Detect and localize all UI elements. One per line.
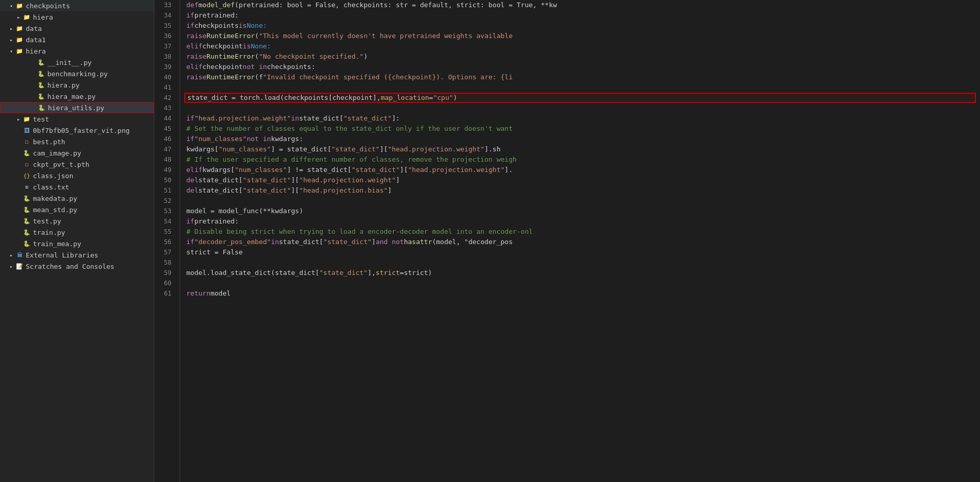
file-tree: 📁checkpoints📁hiera📁data📁data1📁hiera🐍__in… [0, 0, 154, 482]
sidebar-item-best-pth[interactable]: ◻best.pth [0, 136, 154, 147]
token: ) [453, 93, 458, 103]
token: checkpoint [202, 62, 242, 72]
code-line: elif kwdargs["num_classes"] != state_dic… [184, 165, 976, 175]
line-number: 54 [159, 216, 171, 227]
token: del [186, 185, 198, 196]
sidebar-item-makedata[interactable]: 🐍makedata.py [0, 193, 154, 204]
python-icon: 🐍 [38, 104, 46, 112]
line-number: 48 [159, 154, 171, 165]
sidebar-label: ckpt_pvt_t.pth [33, 161, 90, 168]
token: elif [186, 41, 202, 51]
token: ( [255, 51, 259, 62]
token: strict [376, 268, 400, 278]
token: pretrained: [195, 216, 239, 227]
token: ] != state_dict[ [287, 165, 352, 175]
python-icon: 🐍 [23, 217, 31, 225]
token: and not [376, 237, 404, 247]
sidebar-item-hiera-utils[interactable]: 🐍hiera_utils.py [0, 102, 154, 113]
token: state_dict[ [198, 175, 242, 185]
token: if [186, 113, 195, 124]
sidebar-item-train-mea[interactable]: 🐍train_mea.py [0, 238, 154, 249]
token: "num_classes" [195, 134, 247, 144]
line-number: 37 [159, 41, 171, 51]
token: kwdargs[ [186, 144, 219, 154]
line-number: 59 [159, 268, 171, 278]
sidebar-item-data[interactable]: 📁data [0, 23, 154, 34]
line-number: 47 [159, 144, 171, 154]
token: (f [255, 72, 263, 82]
sidebar-item-mean-std[interactable]: 🐍mean_std.py [0, 204, 154, 215]
token: model.load_state_dict(state_dict[ [186, 268, 319, 278]
token: checkpoints [195, 21, 239, 31]
sidebar-item-cam-image[interactable]: 🐍cam_image.py [0, 147, 154, 159]
code-content[interactable]: def model_def(pretrained: bool = False, … [180, 0, 980, 482]
line-number: 57 [159, 247, 171, 257]
code-line: elif checkpoint not in checkpoints: [184, 62, 976, 72]
code-line: # Set the number of classes equal to the… [184, 124, 976, 134]
sidebar-item-png-file[interactable]: 🖼0bf7bfb05_faster_vit.png [0, 125, 154, 136]
sidebar-item-ckpt-pvt[interactable]: ◻ckpt_pvt_t.pth [0, 159, 154, 170]
sidebar-item-data1[interactable]: 📁data1 [0, 34, 154, 45]
sidebar-label: class.json [33, 172, 73, 180]
sidebar-item-hiera-py[interactable]: 🐍hiera.py [0, 79, 154, 91]
token: RuntimeError [206, 51, 255, 62]
sidebar-label: train.py [33, 229, 65, 236]
arrow-down-icon [7, 47, 15, 55]
token: ] [372, 237, 376, 247]
line-number: 46 [159, 134, 171, 144]
sidebar-label: hiera [33, 13, 53, 21]
sidebar-label: data1 [26, 36, 46, 44]
sidebar-item-scratches[interactable]: 📝Scratches and Consoles [0, 261, 154, 272]
sidebar-item-external[interactable]: 🏛External Libraries [0, 249, 154, 261]
sidebar-item-test[interactable]: 📁test [0, 113, 154, 125]
sidebar-item-class-json[interactable]: {}class.json [0, 170, 154, 181]
sidebar-item-train-py[interactable]: 🐍train.py [0, 227, 154, 238]
token: "head.projection.weight" [408, 165, 505, 175]
code-line [184, 278, 976, 288]
token: (pretrained: bool = False, checkpoints: … [235, 0, 557, 10]
token: raise [186, 72, 206, 82]
token: not in [243, 62, 267, 72]
token: raise [186, 31, 206, 41]
sidebar-item-hiera-mae[interactable]: 🐍hiera_mae.py [0, 91, 154, 102]
token: "head.projection.weight" [388, 144, 484, 154]
sidebar-label: makedata.py [33, 195, 77, 202]
sidebar-label: class.txt [33, 183, 69, 191]
token: ) [363, 51, 367, 62]
sidebar-item-hiera-sub[interactable]: 📁hiera [0, 11, 154, 23]
sidebar-label: benchmarking.py [47, 70, 108, 78]
line-number: 34 [159, 10, 171, 21]
token: if [186, 216, 195, 227]
line-number: 45 [159, 124, 171, 134]
line-number: 40 [159, 72, 171, 82]
pth-icon: ◻ [23, 137, 31, 146]
scratches-icon: 📝 [15, 262, 24, 270]
token: checkpoint [202, 41, 242, 51]
pth-icon: ◻ [23, 160, 31, 168]
token: "No checkpoint specified." [259, 51, 364, 62]
token: state_dict[ [198, 185, 242, 196]
code-line: raise RuntimeError("No checkpoint specif… [184, 51, 976, 62]
sidebar-item-hiera[interactable]: 📁hiera [0, 45, 154, 57]
token: pretrained: [195, 10, 239, 21]
token: if [186, 134, 195, 144]
sidebar-item-test-py[interactable]: 🐍test.py [0, 215, 154, 227]
line-number: 60 [159, 278, 171, 288]
sidebar-item-benchmarking[interactable]: 🐍benchmarking.py [0, 68, 154, 79]
token: "cpu" [433, 93, 453, 103]
line-number: 39 [159, 62, 171, 72]
python-icon: 🐍 [23, 205, 31, 214]
token: "state_dict" [243, 175, 291, 185]
arrow-right-icon [14, 13, 23, 21]
token: ][ [400, 165, 408, 175]
token: (model, "decoder_pos [432, 237, 513, 247]
sidebar-label: cam_image.py [33, 149, 81, 157]
folder-icon: 📁 [23, 115, 31, 123]
sidebar-item-init[interactable]: 🐍__init__.py [0, 57, 154, 68]
sidebar-item-class-txt[interactable]: ≡class.txt [0, 181, 154, 193]
code-line: if "decoder_pos_embed" in state_dict["st… [184, 237, 976, 247]
sidebar-item-checkpoints[interactable]: 📁checkpoints [0, 0, 154, 11]
folder-icon: 📁 [15, 36, 24, 44]
token: state_dict = torch.load(checkpoints[chec… [187, 93, 381, 103]
token: None: [247, 21, 267, 31]
